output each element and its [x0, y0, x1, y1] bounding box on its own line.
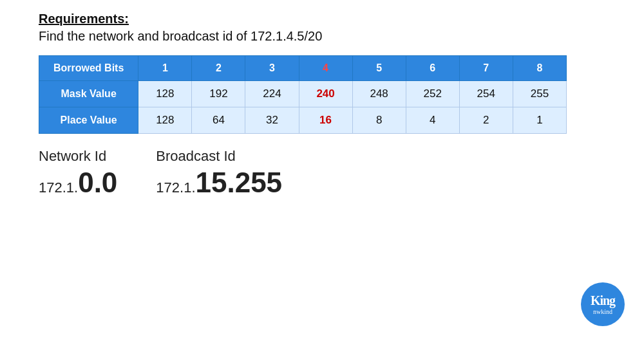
table-col-7: 7 — [459, 56, 513, 81]
place-val-4: 16 — [299, 107, 352, 134]
mask-val-4: 240 — [299, 81, 352, 107]
table-col-1: 1 — [138, 56, 192, 81]
place-val-7: 2 — [459, 107, 513, 134]
place-val-8: 1 — [513, 107, 566, 134]
mask-val-2: 192 — [192, 81, 245, 107]
page-container: Requirements: Find the network and broad… — [0, 0, 644, 339]
king-logo-text: King — [591, 293, 615, 308]
mask-value-row: Mask Value 128 192 224 240 248 252 254 2… — [39, 81, 567, 107]
network-block: Network Id 172.1. 0.0 — [39, 148, 117, 197]
place-value-label: Place Value — [39, 107, 138, 134]
network-id-normal: 172.1. — [39, 179, 78, 196]
borrowed-bits-table: Borrowed Bits 1 2 3 4 5 6 7 8 Mask Value… — [39, 55, 567, 134]
mask-val-5: 248 — [352, 81, 406, 107]
place-val-2: 64 — [192, 107, 245, 134]
king-logo: King nwkind — [581, 282, 625, 326]
mask-val-6: 252 — [406, 81, 459, 107]
broadcast-id-value: 172.1. 15.255 — [156, 169, 282, 197]
place-val-3: 32 — [245, 107, 299, 134]
mask-val-3: 224 — [245, 81, 299, 107]
bottom-section: Network Id 172.1. 0.0 Broadcast Id 172.1… — [39, 148, 605, 197]
king-logo-inner: King nwkind — [591, 293, 615, 315]
table-wrapper: Borrowed Bits 1 2 3 4 5 6 7 8 Mask Value… — [39, 55, 605, 134]
king-logo-sub: nwkind — [593, 308, 612, 315]
mask-val-1: 128 — [138, 81, 192, 107]
table-col-6: 6 — [406, 56, 459, 81]
table-col-3: 3 — [245, 56, 299, 81]
table-col-8: 8 — [513, 56, 566, 81]
table-col-2: 2 — [192, 56, 245, 81]
requirements-section: Requirements: Find the network and broad… — [39, 12, 605, 44]
place-val-5: 8 — [352, 107, 406, 134]
broadcast-id-normal: 172.1. — [156, 179, 195, 196]
table-header-label: Borrowed Bits — [39, 56, 138, 81]
network-id-value: 172.1. 0.0 — [39, 169, 117, 197]
network-id-label: Network Id — [39, 148, 106, 165]
mask-value-label: Mask Value — [39, 81, 138, 107]
broadcast-id-bold: 15.255 — [196, 169, 283, 197]
table-col-5: 5 — [352, 56, 406, 81]
place-value-row: Place Value 128 64 32 16 8 4 2 1 — [39, 107, 567, 134]
place-val-6: 4 — [406, 107, 459, 134]
network-id-bold: 0.0 — [78, 169, 117, 197]
broadcast-block: Broadcast Id 172.1. 15.255 — [156, 148, 605, 197]
table-col-4: 4 — [299, 56, 352, 81]
place-val-1: 128 — [138, 107, 192, 134]
mask-val-8: 255 — [513, 81, 566, 107]
requirements-text: Find the network and broadcast id of 172… — [39, 29, 605, 44]
mask-val-7: 254 — [459, 81, 513, 107]
broadcast-id-label: Broadcast Id — [156, 148, 236, 165]
requirements-title: Requirements: — [39, 12, 605, 26]
